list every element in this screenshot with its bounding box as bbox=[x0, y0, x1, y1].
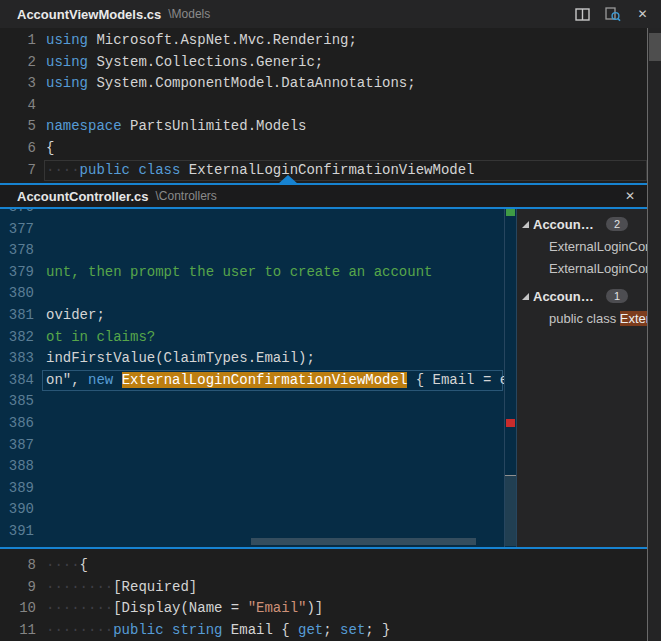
active-file-path: \Models bbox=[168, 7, 210, 21]
code-line-378[interactable]: 378 bbox=[0, 240, 504, 262]
line-number[interactable]: 383 bbox=[0, 348, 34, 370]
code-line-7[interactable]: 7····public class ExternalLoginConfirmat… bbox=[0, 160, 661, 182]
line-number[interactable]: 386 bbox=[0, 413, 34, 435]
line-number[interactable]: 379 bbox=[0, 262, 34, 284]
reference-item[interactable]: ExternalLoginConfirmationViewModel bbox=[517, 257, 647, 279]
code-line-385[interactable]: 385 bbox=[0, 391, 504, 413]
line-number[interactable]: 7 bbox=[0, 160, 36, 182]
line-number[interactable]: 2 bbox=[0, 52, 36, 74]
code-line-382[interactable]: 382ot in claims? bbox=[0, 327, 504, 349]
code-line-380[interactable]: 380 bbox=[0, 283, 504, 305]
editor-bottom-pane[interactable]: 8····{9········[Required]10········[Disp… bbox=[0, 549, 661, 641]
peek-horizontal-scrollbar[interactable] bbox=[251, 538, 476, 545]
code-line-3[interactable]: 3using System.ComponentModel.DataAnnotat… bbox=[0, 73, 661, 95]
peek-close-icon[interactable]: ✕ bbox=[621, 185, 639, 207]
active-file-name: AccountViewModels.cs bbox=[17, 7, 161, 22]
line-number[interactable]: 4 bbox=[0, 95, 36, 117]
twistie-expanded-icon[interactable] bbox=[522, 221, 529, 228]
peek-overview-ruler[interactable] bbox=[504, 209, 517, 547]
peek-editor-pane[interactable]: 376377378379unt, then prompt the user to… bbox=[0, 209, 504, 547]
line-number[interactable]: 387 bbox=[0, 435, 34, 457]
open-preview-icon[interactable] bbox=[604, 6, 621, 23]
code-line-386[interactable]: 386 bbox=[0, 413, 504, 435]
line-content bbox=[34, 219, 504, 241]
editor-scrollbar-slider[interactable] bbox=[649, 33, 661, 61]
line-number[interactable]: 391 bbox=[0, 521, 34, 543]
code-line-379[interactable]: 379unt, then prompt the user to create a… bbox=[0, 262, 504, 284]
code-token: [Display(Name = bbox=[113, 600, 247, 616]
code-line-390[interactable]: 390 bbox=[0, 499, 504, 521]
reference-text: ExternalLoginConfirmationViewModel bbox=[549, 261, 647, 276]
line-content: using System.Collections.Generic; bbox=[36, 52, 661, 74]
code-line-376[interactable]: 376 bbox=[0, 209, 504, 219]
code-line-388[interactable]: 388 bbox=[0, 456, 504, 478]
code-line-383[interactable]: 383indFirstValue(ClaimTypes.Email); bbox=[0, 348, 504, 370]
line-number[interactable]: 9 bbox=[0, 577, 36, 599]
code-token: set bbox=[340, 622, 365, 638]
peek-vertical-scrollbar[interactable] bbox=[505, 475, 516, 546]
code-token: Email { bbox=[222, 622, 298, 638]
split-editor-icon[interactable] bbox=[574, 6, 591, 23]
line-number[interactable]: 388 bbox=[0, 456, 34, 478]
line-number[interactable]: 378 bbox=[0, 240, 34, 262]
line-content: on", new ExternalLoginConfirmationViewMo… bbox=[34, 370, 504, 392]
code-line-10[interactable]: 10········[Display(Name = "Email")] bbox=[0, 598, 661, 620]
code-line-4[interactable]: 4 bbox=[0, 95, 661, 117]
code-token: get bbox=[298, 622, 323, 638]
line-number[interactable]: 385 bbox=[0, 391, 34, 413]
line-number[interactable]: 384 bbox=[0, 370, 34, 392]
reference-file-label: AccountController.cs bbox=[533, 217, 597, 232]
line-number[interactable]: 376 bbox=[0, 209, 34, 219]
code-token: namespace bbox=[46, 118, 122, 134]
code-token: ; } bbox=[365, 622, 390, 638]
code-line-1[interactable]: 1using Microsoft.AspNet.Mvc.Rendering; bbox=[0, 30, 661, 52]
line-content: ····{ bbox=[36, 555, 661, 577]
code-token: System.ComponentModel.DataAnnotations; bbox=[88, 75, 416, 91]
close-icon[interactable]: ✕ bbox=[634, 6, 651, 23]
line-number[interactable]: 10 bbox=[0, 598, 36, 620]
line-number[interactable]: 11 bbox=[0, 620, 36, 641]
reference-item[interactable]: ExternalLoginConfirmationViewModel bbox=[517, 235, 647, 257]
code-line-5[interactable]: 5namespace PartsUnlimited.Models bbox=[0, 116, 661, 138]
line-content: ····public class ExternalLoginConfirmati… bbox=[36, 160, 661, 182]
peek-references-list: AccountController.cs2ExternalLoginConfir… bbox=[517, 209, 647, 547]
reference-item[interactable]: public class ExternalLoginConfirmationVi… bbox=[517, 307, 647, 329]
code-line-377[interactable]: 377 bbox=[0, 219, 504, 241]
code-line-8[interactable]: 8····{ bbox=[0, 555, 661, 577]
line-number[interactable]: 380 bbox=[0, 283, 34, 305]
twistie-expanded-icon[interactable] bbox=[522, 293, 529, 300]
line-number[interactable]: 6 bbox=[0, 138, 36, 160]
editor-title-bar: AccountViewModels.cs \Models ✕ bbox=[0, 0, 661, 28]
code-token: "Email" bbox=[248, 600, 307, 616]
line-number[interactable]: 377 bbox=[0, 219, 34, 241]
line-content bbox=[34, 283, 504, 305]
code-token: using bbox=[46, 32, 88, 48]
editor-top-pane[interactable]: 1using Microsoft.AspNet.Mvc.Rendering;2u… bbox=[0, 28, 661, 183]
code-token: [Required] bbox=[113, 579, 197, 595]
code-token: )] bbox=[306, 600, 323, 616]
line-content bbox=[36, 95, 661, 117]
code-line-2[interactable]: 2using System.Collections.Generic; bbox=[0, 52, 661, 74]
code-token: ot in claims? bbox=[46, 329, 155, 345]
line-number[interactable]: 389 bbox=[0, 478, 34, 500]
code-line-384[interactable]: 384on", new ExternalLoginConfirmationVie… bbox=[0, 370, 504, 392]
code-line-381[interactable]: 381ovider; bbox=[0, 305, 504, 327]
line-number[interactable]: 390 bbox=[0, 499, 34, 521]
reference-file-row[interactable]: AccountController.cs2 bbox=[517, 213, 647, 235]
code-token: ···· bbox=[46, 162, 80, 178]
editor-vertical-scrollbar[interactable] bbox=[647, 28, 661, 641]
code-line-389[interactable]: 389 bbox=[0, 478, 504, 500]
line-number[interactable]: 8 bbox=[0, 555, 36, 577]
line-number[interactable]: 392 bbox=[0, 543, 34, 548]
line-number[interactable]: 3 bbox=[0, 73, 36, 95]
code-line-9[interactable]: 9········[Required] bbox=[0, 577, 661, 599]
code-line-6[interactable]: 6{ bbox=[0, 138, 661, 160]
code-line-11[interactable]: 11········public string Email { get; set… bbox=[0, 620, 661, 641]
code-token: ········ bbox=[46, 579, 113, 595]
line-number[interactable]: 1 bbox=[0, 30, 36, 52]
line-number[interactable]: 381 bbox=[0, 305, 34, 327]
reference-file-row[interactable]: AccountViewModels.cs1 bbox=[517, 285, 647, 307]
code-line-387[interactable]: 387 bbox=[0, 435, 504, 457]
line-number[interactable]: 5 bbox=[0, 116, 36, 138]
line-number[interactable]: 382 bbox=[0, 327, 34, 349]
